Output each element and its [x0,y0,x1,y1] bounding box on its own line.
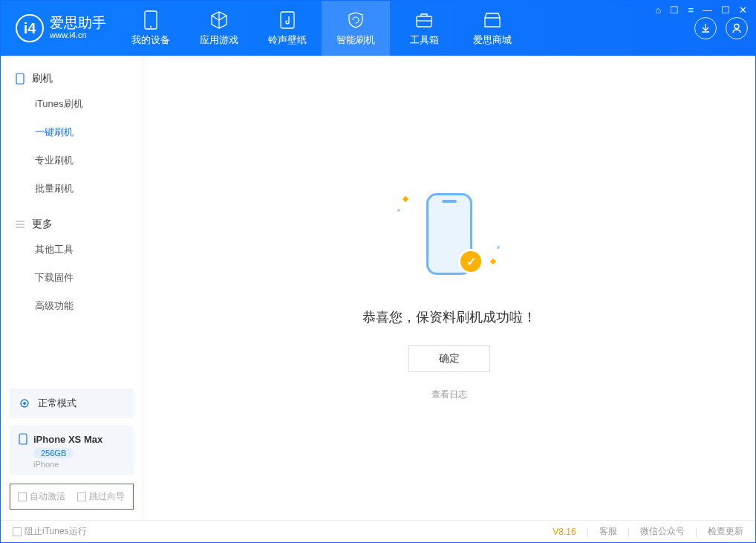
shield-refresh-icon [345,10,366,30]
check-update-link[interactable]: 检查更新 [708,525,743,538]
store-icon [482,10,503,30]
tab-apps-games[interactable]: 应用游戏 [185,1,253,56]
svg-point-1 [150,26,151,27]
maximize-icon[interactable]: ☐ [721,4,730,16]
tab-label: 爱思商城 [473,33,512,47]
svg-point-11 [23,402,26,405]
logo-icon: i4 [16,14,44,42]
tab-label: 智能刷机 [336,33,375,47]
sidebar-item-pro-flash[interactable]: 专业刷机 [1,146,143,175]
device-card[interactable]: iPhone XS Max 256GB iPhone [10,426,134,475]
mode-dot-icon [17,396,32,411]
sidebar: 刷机 iTunes刷机 一键刷机 专业刷机 批量刷机 更多 其他工具 下载固件 … [1,56,143,520]
feedback-icon[interactable]: ☐ [670,4,679,16]
tab-my-device[interactable]: 我的设备 [117,1,185,56]
section-flash-title: 刷机 [1,68,143,90]
highlighted-options: 自动激活 跳过向导 [10,484,134,510]
svg-point-5 [734,25,739,29]
cb-skip-guide[interactable]: 跳过向导 [77,490,125,503]
success-message: 恭喜您，保资料刷机成功啦！ [362,308,536,326]
svg-rect-6 [16,74,24,84]
device-name: iPhone XS Max [33,434,102,445]
app-name: 爱思助手 [50,16,106,30]
briefcase-icon [414,10,434,30]
main-content: ✓ 恭喜您，保资料刷机成功啦！ 确定 查看日志 [143,56,755,520]
support-link[interactable]: 客服 [599,525,617,538]
cb-block-itunes[interactable]: 阻止iTunes运行 [13,525,87,538]
device-capacity: 256GB [33,448,74,458]
view-log-link[interactable]: 查看日志 [431,388,467,401]
sidebar-item-onekey-flash[interactable]: 一键刷机 [1,118,143,146]
tab-label: 应用游戏 [200,33,238,47]
minimize-icon[interactable]: — [703,4,712,16]
mode-indicator[interactable]: 正常模式 [10,388,134,418]
header-bar: i4 爱思助手 www.i4.cn 我的设备 应用游戏 铃声壁纸 智能刷机 工具… [1,1,755,56]
success-illustration: ✓ [390,175,509,293]
device-small-icon [14,73,26,85]
mode-label: 正常模式 [38,397,76,410]
check-badge-icon: ✓ [458,249,483,274]
sidebar-item-advanced[interactable]: 高级功能 [1,292,143,320]
cube-icon [209,10,229,30]
version-label: V8.16 [553,527,576,537]
tab-toolbox[interactable]: 工具箱 [390,1,458,56]
menu-icon[interactable]: ≡ [688,4,694,16]
logo-area: i4 爱思助手 www.i4.cn [1,14,117,42]
tab-ringtones[interactable]: 铃声壁纸 [253,1,322,56]
app-url: www.i4.cn [50,30,106,40]
user-icon[interactable] [726,17,748,39]
sidebar-item-download-firmware[interactable]: 下载固件 [1,264,143,292]
list-icon [14,218,26,230]
svg-rect-3 [417,16,431,27]
music-file-icon [277,10,298,30]
sidebar-item-batch-flash[interactable]: 批量刷机 [1,175,143,203]
sidebar-item-other-tools[interactable]: 其他工具 [1,235,143,264]
tab-smart-flash[interactable]: 智能刷机 [322,1,390,56]
wechat-link[interactable]: 微信公众号 [640,525,685,538]
tab-label: 我的设备 [131,33,170,47]
tab-label: 铃声壁纸 [268,33,307,47]
close-icon[interactable]: ✕ [739,4,747,16]
shirt-icon[interactable]: ⌂ [656,4,662,16]
section-more-title: 更多 [1,213,143,235]
download-icon[interactable] [694,17,717,39]
sidebar-item-itunes-flash[interactable]: iTunes刷机 [1,90,143,118]
device-small-phone-icon [19,433,27,445]
svg-rect-2 [281,12,294,28]
tab-label: 工具箱 [410,33,439,47]
tab-store[interactable]: 爱思商城 [458,1,527,56]
footer-bar: 阻止iTunes运行 V8.16 | 客服 | 微信公众号 | 检查更新 [1,520,755,542]
ok-button[interactable]: 确定 [408,345,490,372]
phone-icon [140,10,161,30]
device-type: iPhone [33,460,125,469]
svg-rect-12 [19,434,27,444]
cb-auto-activate[interactable]: 自动激活 [18,490,65,503]
